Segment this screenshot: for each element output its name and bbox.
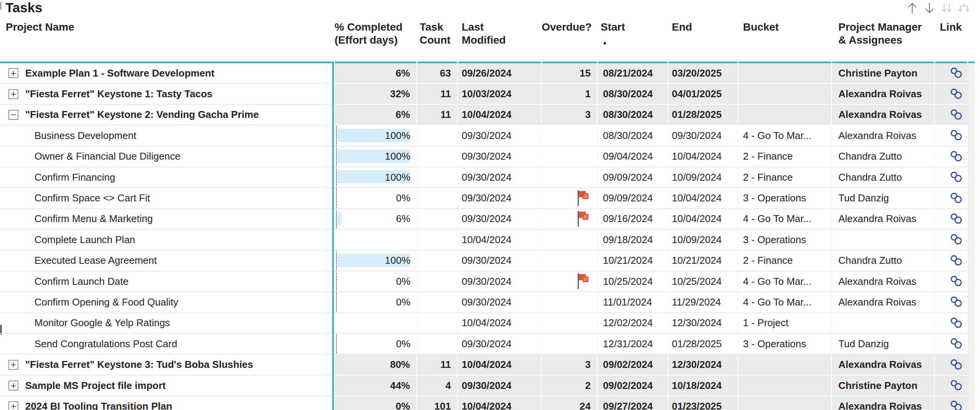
cell-link xyxy=(935,63,968,84)
cell-project-name: Confirm Financing xyxy=(0,167,335,188)
link-icon[interactable] xyxy=(949,192,963,204)
column-header-task-count[interactable]: Task Count xyxy=(417,15,458,47)
link-icon[interactable] xyxy=(949,109,963,121)
databar-axis xyxy=(336,271,337,292)
cell-link xyxy=(935,209,968,230)
link-icon[interactable] xyxy=(949,275,963,287)
cell-end-date: 01/28/2025 xyxy=(668,334,738,354)
link-icon[interactable] xyxy=(949,400,963,410)
table-row: Send Congratulations Post Card 0% 09/30/… xyxy=(0,334,968,354)
table-row: + Sample MS Project file import 44% 4 09… xyxy=(0,376,968,396)
link-icon[interactable] xyxy=(949,359,963,371)
cell-bucket: 4 - Go To Mar... xyxy=(738,126,832,146)
cell-last-modified: 09/30/2024 xyxy=(458,292,542,313)
column-header-pct-completed[interactable]: % Completed (Effort days) xyxy=(335,15,417,47)
overdue-flag-icon xyxy=(577,211,590,227)
cell-project-manager: Alexandra Roivas xyxy=(832,271,935,292)
cell-project-manager: Alexandra Roivas xyxy=(832,84,935,105)
cell-project-name: Send Congratulations Post Card xyxy=(0,334,335,354)
link-icon[interactable] xyxy=(949,379,963,392)
cell-last-modified: 10/04/2024 xyxy=(458,230,542,250)
cell-start-date: 09/09/2024 xyxy=(598,188,668,209)
expand-collapse-icon[interactable]: + xyxy=(8,381,18,390)
cell-link xyxy=(935,188,968,209)
link-icon[interactable] xyxy=(949,213,963,225)
cell-task-count xyxy=(417,188,458,209)
page-title: Tasks xyxy=(5,0,42,15)
link-icon[interactable] xyxy=(949,234,963,246)
progress-databar xyxy=(337,212,341,225)
cell-project-name: + Example Plan 1 - Software Development xyxy=(0,63,335,84)
cell-overdue xyxy=(542,230,598,250)
cell-bucket xyxy=(738,396,832,410)
cell-last-modified: 10/04/2024 xyxy=(458,105,542,126)
drill-down-icon[interactable] xyxy=(923,1,936,15)
project-name-label: Sample MS Project file import xyxy=(25,380,166,392)
drill-up-icon[interactable] xyxy=(906,1,918,15)
expand-collapse-icon[interactable]: + xyxy=(8,401,18,410)
column-header-bucket[interactable]: Bucket xyxy=(738,15,832,47)
cell-pct-completed: 100% xyxy=(335,147,417,167)
pct-value: 6% xyxy=(396,213,410,225)
cell-project-manager: Tud Danzig xyxy=(832,188,935,209)
link-icon[interactable] xyxy=(949,338,963,350)
expand-collapse-icon[interactable]: + xyxy=(8,68,18,78)
cell-task-count: 63 xyxy=(417,63,458,84)
cell-bucket: 4 - Go To Mar... xyxy=(738,292,832,313)
cell-pct-completed: 0% xyxy=(335,292,417,313)
column-header-project-name[interactable]: Project Name xyxy=(0,15,335,47)
cell-end-date: 10/09/2024 xyxy=(668,167,738,188)
link-icon[interactable] xyxy=(949,296,963,308)
cell-last-modified: 09/30/2024 xyxy=(458,147,542,167)
cell-project-name: Confirm Launch Date xyxy=(0,271,335,292)
column-header-project-manager[interactable]: Project Manager & Assignees xyxy=(832,15,935,47)
link-icon[interactable] xyxy=(949,150,963,163)
databar-axis xyxy=(336,126,337,146)
overdue-value: 1 xyxy=(585,88,591,100)
column-header-last-modified[interactable]: Last Modified xyxy=(458,15,542,47)
project-name-label: Send Congratulations Post Card xyxy=(34,338,177,350)
cell-link xyxy=(935,354,968,375)
cell-start-date: 10/21/2024 xyxy=(598,251,668,271)
header-underline-notch xyxy=(967,62,968,63)
cell-task-count: 101 xyxy=(417,396,458,410)
column-header-link[interactable]: Link xyxy=(935,15,968,47)
cell-last-modified: 10/04/2024 xyxy=(458,396,542,410)
expand-collapse-icon[interactable]: − xyxy=(8,110,18,120)
cell-overdue xyxy=(542,271,598,292)
header-underline-notch xyxy=(541,62,542,63)
cell-start-date: 08/30/2024 xyxy=(598,126,668,146)
vertical-scrollbar[interactable] xyxy=(968,63,975,410)
cell-project-manager: Alexandra Roivas xyxy=(832,105,935,126)
table-header: Project Name % Completed (Effort days) T… xyxy=(0,15,968,47)
cell-task-count xyxy=(417,313,458,334)
expand-collapse-icon[interactable]: + xyxy=(8,360,18,370)
column-resize-divider[interactable] xyxy=(332,63,334,410)
column-header-overdue[interactable]: Overdue? xyxy=(542,15,598,47)
link-icon[interactable] xyxy=(949,317,963,329)
cell-link xyxy=(935,313,968,334)
cell-link xyxy=(935,271,968,292)
column-header-end[interactable]: End xyxy=(668,15,738,47)
expand-collapse-icon[interactable]: + xyxy=(8,89,18,99)
link-icon[interactable] xyxy=(949,129,963,142)
cell-last-modified: 09/30/2024 xyxy=(458,167,542,188)
pct-value: 0% xyxy=(395,400,410,410)
cell-end-date: 03/20/2025 xyxy=(668,63,738,84)
table-row: Complete Launch Plan 10/04/2024 09/18/20… xyxy=(0,230,968,250)
cell-project-name: Business Development xyxy=(0,126,335,146)
cell-start-date: 08/21/2024 xyxy=(598,63,668,84)
cell-project-name: − "Fiesta Ferret" Keystone 2: Vending Ga… xyxy=(0,105,335,126)
table-row: Business Development 100% 09/30/2024 08/… xyxy=(0,126,968,146)
databar-axis xyxy=(336,188,337,209)
expand-all-icon[interactable] xyxy=(958,1,970,15)
cell-pct-completed: 0% xyxy=(335,334,417,354)
link-icon[interactable] xyxy=(949,67,963,79)
column-header-start[interactable]: Start ▲ xyxy=(598,15,668,47)
link-icon[interactable] xyxy=(949,171,963,183)
link-icon[interactable] xyxy=(949,255,963,267)
link-icon[interactable] xyxy=(949,88,963,100)
pct-value: 100% xyxy=(385,255,411,266)
go-to-next-level-icon[interactable] xyxy=(941,1,953,15)
cell-link xyxy=(935,147,968,167)
